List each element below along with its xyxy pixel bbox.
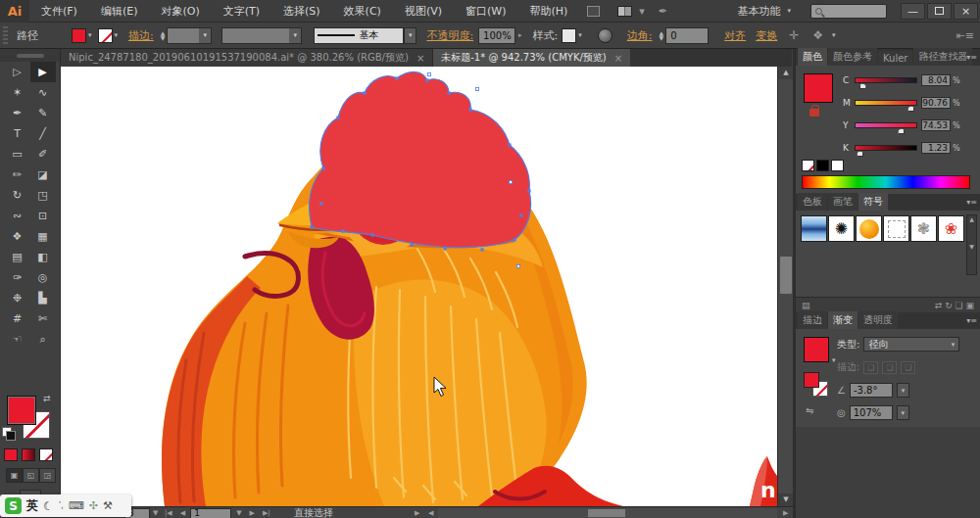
brush-definition-dropdown[interactable]: ▾	[221, 27, 302, 44]
tab-stroke[interactable]: 描边	[798, 311, 827, 329]
opacity-field[interactable]: 100%	[478, 27, 515, 44]
magic-wand-tool[interactable]: ✶	[5, 82, 30, 103]
cyan-knob[interactable]	[859, 83, 866, 89]
default-fill-stroke-icon[interactable]	[2, 427, 12, 437]
symbol-thumbnail-orange-orb[interactable]	[856, 215, 882, 242]
draw-behind-mode[interactable]: ◱	[23, 468, 39, 483]
shape-options-icon[interactable]: ❖	[812, 28, 823, 42]
blob-brush-tool[interactable]: ✎	[30, 103, 56, 123]
paintbrush-tool[interactable]: ✐	[30, 144, 56, 165]
swap-fill-stroke-icon[interactable]: ⇄	[43, 394, 51, 403]
menu-object[interactable]: 对象(O)	[149, 0, 211, 23]
menu-effect[interactable]: 效果(C)	[332, 0, 393, 23]
current-color-swatch[interactable]	[804, 73, 833, 103]
first-artboard-button[interactable]: |◀	[162, 509, 175, 517]
none-swatch[interactable]	[802, 160, 814, 171]
stroke-weight-stepper[interactable]: ▲▼	[161, 30, 166, 40]
artboard-tool[interactable]: #	[5, 308, 30, 329]
width-profile-arrow[interactable]: ▾	[404, 27, 416, 44]
corner-link[interactable]: 边角:	[627, 28, 653, 43]
next-artboard-button[interactable]: ▶	[247, 509, 258, 517]
stroke-gradient-along-icon[interactable]: ❏	[882, 361, 897, 374]
gradient-tool[interactable]: ◧	[30, 247, 56, 267]
yellow-value[interactable]: 74.53	[921, 119, 951, 131]
yellow-slider[interactable]	[855, 122, 917, 128]
vertical-scrollbar[interactable]: ▲ ▼	[777, 67, 793, 506]
vertical-scroll-thumb[interactable]	[780, 257, 792, 294]
menu-type[interactable]: 文字(T)	[212, 0, 271, 23]
shape-builder-tool[interactable]: ❖	[5, 226, 30, 247]
stroke-gradient-within-icon[interactable]: ❏	[863, 361, 878, 374]
tab-color[interactable]: 颜色	[798, 48, 827, 66]
gradient-aspect-field[interactable]: 107%	[850, 405, 893, 420]
tab-color-guide[interactable]: 颜色参考	[828, 48, 877, 66]
artboard-number-field[interactable]: 1	[190, 508, 231, 518]
gradient-fill-proxy[interactable]	[804, 372, 819, 388]
black-knob[interactable]	[857, 151, 863, 157]
search-input[interactable]	[810, 4, 887, 19]
color-button[interactable]	[4, 448, 18, 461]
rotate-tool[interactable]: ↻	[5, 185, 30, 206]
menu-help[interactable]: 帮助(H)	[517, 0, 579, 23]
slice-tool[interactable]: ✄	[30, 308, 56, 329]
tab-gradient[interactable]: 渐变	[828, 311, 858, 329]
corner-stepper[interactable]: ▲▼	[660, 30, 664, 40]
gradient-type-dropdown[interactable]: 径向 ▾	[863, 337, 959, 352]
workspace-switcher[interactable]: 基本功能 ▾	[737, 4, 797, 19]
tools-panel-header[interactable]	[0, 49, 60, 62]
pencil-tool[interactable]: ✏	[5, 165, 30, 185]
zoom-dropdown-icon[interactable]: ▼	[150, 509, 161, 517]
arrange-documents-icon[interactable]	[617, 6, 632, 17]
menu-file[interactable]: 文件(F)	[29, 0, 89, 23]
yellow-knob[interactable]	[898, 128, 905, 134]
black-slider[interactable]	[855, 145, 917, 151]
symbol-sprayer-tool[interactable]: ❉	[5, 288, 30, 308]
width-profile-dropdown[interactable]: 基本	[314, 27, 404, 44]
ime-plugin-icon[interactable]: ✣	[89, 499, 98, 512]
symbol-thumbnail-red-flower[interactable]: ❀	[938, 215, 964, 242]
perspective-grid-tool[interactable]: ▦	[30, 226, 56, 247]
draw-inside-mode[interactable]: ◲	[39, 468, 56, 483]
magenta-knob[interactable]	[907, 106, 914, 112]
symbol-thumbnail-swirl[interactable]: ❃	[910, 215, 937, 242]
zoom-tool[interactable]: ⌕	[30, 329, 56, 350]
bridge-icon[interactable]	[587, 6, 600, 17]
opacity-side-button[interactable]: ▸	[515, 31, 525, 39]
cyan-slider[interactable]	[855, 77, 917, 83]
menu-select[interactable]: 选择(S)	[271, 0, 332, 23]
stroke-color-swatch[interactable]	[98, 28, 113, 43]
panel-menu-icon[interactable]: ▾≡	[966, 53, 977, 62]
sogou-icon[interactable]: S	[5, 497, 22, 514]
column-graph-tool[interactable]: ▙	[30, 288, 56, 308]
style-swatch[interactable]	[562, 28, 576, 43]
fill-color-arrow-icon[interactable]: ▾	[88, 31, 92, 39]
lasso-tool[interactable]: ∿	[30, 82, 56, 103]
symbol-library-icon[interactable]: ▤	[802, 301, 810, 310]
last-artboard-button[interactable]: ▶|	[260, 509, 273, 517]
recolor-artwork-icon[interactable]	[598, 28, 612, 43]
close-button[interactable]: ×	[954, 3, 978, 20]
scroll-up-icon[interactable]: ▲	[778, 67, 794, 79]
stroke-link[interactable]: 描边:	[128, 28, 154, 43]
menu-window[interactable]: 窗口(W)	[454, 0, 517, 23]
fill-well[interactable]	[7, 396, 36, 425]
line-segment-tool[interactable]: ╱	[30, 123, 56, 144]
menu-view[interactable]: 视图(V)	[393, 0, 454, 23]
collapse-control-bar-icon[interactable]: ⇤≡	[956, 29, 974, 42]
scroll-down-icon[interactable]: ▼	[778, 494, 794, 506]
blend-tool[interactable]: ◎	[30, 267, 56, 288]
document-tab-active[interactable]: 未标题-1* @ 942.73% (CMYK/预览) ×	[433, 49, 630, 67]
pen-tool[interactable]: ✒	[5, 103, 30, 123]
artboard-dropdown-icon[interactable]: ▼	[233, 509, 244, 517]
magenta-slider[interactable]	[855, 100, 917, 106]
shape-options-arrow[interactable]: ▾	[832, 31, 836, 39]
tab-close-icon[interactable]: ×	[416, 53, 424, 64]
tab-kuler[interactable]: Kuler	[878, 51, 912, 66]
symbols-scrollbar[interactable]: ▲▼	[966, 214, 977, 275]
gradient-swatch-arrow-icon[interactable]: ▾	[832, 356, 836, 364]
mesh-tool[interactable]: ▤	[5, 247, 30, 267]
cs-live-icon[interactable]: ✒	[659, 5, 667, 18]
lock-icon[interactable]	[809, 109, 819, 117]
color-spectrum-bar[interactable]	[802, 175, 970, 189]
symbol-thumbnail-blue-band[interactable]	[801, 215, 827, 242]
